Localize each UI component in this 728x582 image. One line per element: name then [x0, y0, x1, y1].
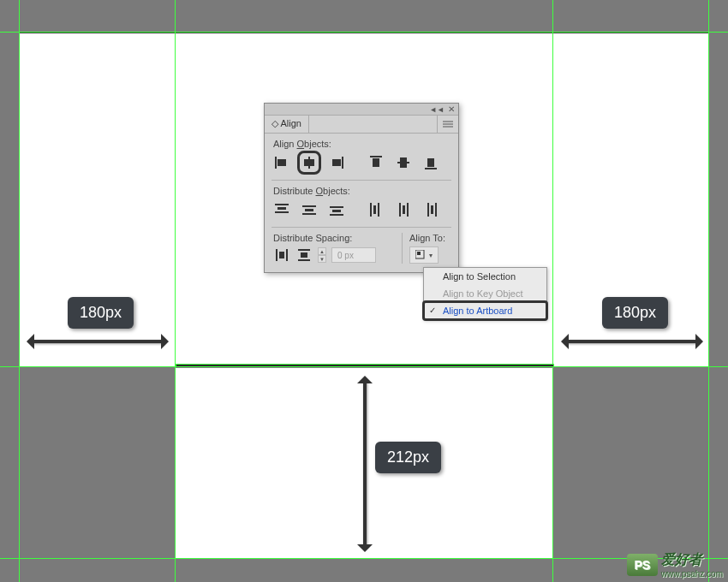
svg-rect-3: [275, 157, 277, 169]
vertical-align-top-icon[interactable]: [367, 154, 385, 171]
svg-rect-13: [425, 168, 437, 169]
svg-rect-21: [330, 206, 343, 208]
watermark-url: www.psahz.com: [661, 569, 723, 579]
horizontal-distribute-left-icon[interactable]: [367, 201, 385, 218]
vertical-distribute-top-icon[interactable]: [273, 201, 290, 218]
guide-vertical: [175, 0, 176, 582]
svg-rect-19: [305, 209, 313, 211]
selected-object[interactable]: [176, 364, 554, 367]
svg-rect-34: [279, 252, 284, 258]
svg-rect-22: [332, 210, 341, 212]
measurement-label-left: 180px: [68, 297, 134, 329]
section-title: Distribute Spacing:: [273, 233, 393, 243]
measurement-arrow: [565, 340, 699, 343]
svg-rect-4: [277, 159, 286, 166]
svg-rect-29: [407, 203, 409, 217]
svg-rect-24: [370, 203, 372, 217]
vertical-distribute-bottom-icon[interactable]: [328, 201, 345, 218]
svg-rect-35: [286, 249, 288, 261]
align-to-button[interactable]: ▾: [409, 246, 439, 264]
svg-rect-31: [431, 205, 433, 214]
dropdown-item-artboard[interactable]: ✓ Align to Artboard: [424, 302, 546, 319]
section-title: Align Objects:: [273, 139, 450, 149]
svg-rect-37: [301, 252, 307, 258]
guide-vertical: [552, 0, 553, 582]
watermark: PS 爱好者 www.psahz.com: [627, 551, 723, 579]
vertical-align-center-icon[interactable]: [395, 154, 412, 171]
panel-bottom-row: Distribute Spacing: ▲▼ 0 px Align To: ▾: [265, 228, 458, 272]
svg-rect-18: [302, 205, 316, 207]
svg-rect-6: [304, 159, 314, 166]
vertical-distribute-space-icon[interactable]: [273, 246, 290, 264]
svg-rect-25: [373, 205, 376, 214]
svg-rect-26: [378, 203, 379, 217]
svg-rect-12: [400, 157, 407, 168]
guide-vertical: [708, 0, 709, 582]
svg-rect-30: [427, 203, 429, 217]
svg-rect-23: [330, 214, 343, 216]
horizontal-align-left-icon[interactable]: [273, 154, 290, 171]
panel-menu-icon[interactable]: [437, 116, 458, 133]
panel-header[interactable]: ◄◄ ✕: [265, 104, 458, 116]
svg-rect-17: [275, 211, 289, 213]
watermark-title: 爱好者: [661, 552, 702, 567]
svg-rect-28: [403, 205, 405, 214]
horizontal-distribute-center-icon[interactable]: [395, 201, 412, 218]
tab-align[interactable]: ◇ Align: [265, 116, 309, 133]
panel-tabs: ◇ Align: [265, 116, 458, 134]
align-to-dropdown: Align to Selection Align to Key Object ✓…: [423, 267, 547, 320]
svg-rect-38: [298, 259, 310, 261]
check-icon: ✓: [429, 306, 436, 315]
collapse-icon[interactable]: ◄◄: [429, 105, 445, 114]
guide-horizontal: [0, 32, 728, 33]
horizontal-distribute-space-icon[interactable]: [295, 246, 313, 264]
tab-label: Align: [280, 118, 301, 128]
section-title: Distribute Objects:: [273, 186, 450, 196]
measurement-label-right: 180px: [602, 297, 668, 329]
measurement-arrow: [363, 380, 367, 548]
vertical-distribute-center-icon[interactable]: [301, 201, 318, 218]
svg-rect-16: [277, 207, 286, 210]
svg-rect-15: [275, 204, 289, 205]
spacing-input[interactable]: 0 px: [331, 247, 376, 263]
svg-rect-40: [417, 252, 421, 255]
svg-rect-27: [399, 203, 401, 217]
vertical-align-bottom-icon[interactable]: [422, 154, 439, 171]
measurement-label-bottom: 212px: [375, 442, 441, 473]
horizontal-align-center-icon[interactable]: [301, 154, 318, 171]
svg-rect-7: [342, 157, 343, 169]
align-objects-section: Align Objects:: [265, 134, 458, 180]
dropdown-item-selection[interactable]: Align to Selection: [424, 268, 546, 285]
horizontal-distribute-right-icon[interactable]: [422, 201, 439, 218]
svg-rect-33: [276, 249, 277, 261]
svg-rect-36: [298, 249, 310, 251]
svg-rect-32: [435, 203, 437, 217]
svg-rect-9: [370, 156, 382, 157]
svg-rect-10: [373, 158, 379, 167]
distribute-objects-section: Distribute Objects:: [265, 181, 458, 227]
section-title: Align To:: [409, 233, 450, 243]
svg-rect-8: [332, 159, 341, 166]
horizontal-align-right-icon[interactable]: [328, 154, 345, 171]
dropdown-item-key-object: Align to Key Object: [424, 285, 546, 302]
svg-rect-14: [427, 158, 434, 167]
align-panel: ◄◄ ✕ ◇ Align Align Objects:: [264, 103, 459, 273]
spacing-stepper[interactable]: ▲▼: [318, 247, 326, 263]
dropdown-item-label: Align to Artboard: [443, 306, 512, 316]
svg-rect-20: [302, 213, 316, 215]
measurement-arrow: [31, 340, 164, 343]
close-icon[interactable]: ✕: [448, 104, 455, 114]
guide-vertical: [19, 0, 20, 582]
watermark-logo: PS: [627, 554, 658, 576]
